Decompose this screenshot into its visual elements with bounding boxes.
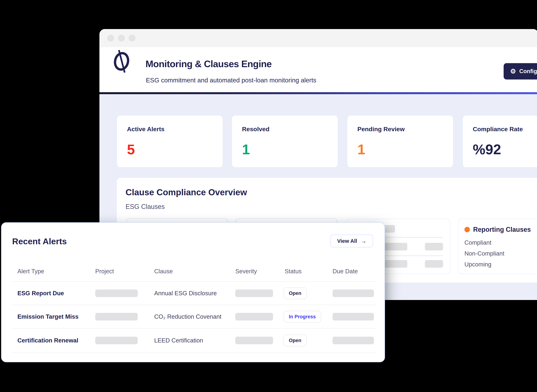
skeleton-pill	[425, 243, 443, 250]
project-skeleton	[95, 289, 138, 297]
stat-label: Resolved	[242, 126, 269, 133]
traffic-light-icon[interactable]	[107, 35, 114, 42]
legend-title: Reporting Clauses	[473, 226, 531, 233]
due-date-skeleton	[333, 289, 374, 297]
table-row[interactable]: Certification Renewal LEED Certification…	[12, 328, 376, 353]
skeleton-pill	[425, 260, 443, 268]
alert-type-cell: ESG Report Due	[17, 290, 64, 297]
clause-cell: CO₂ Reduction Covenant	[154, 313, 222, 320]
legend-item-upcoming: Upcoming	[464, 261, 491, 268]
column-header-status: Status	[285, 268, 302, 275]
project-skeleton	[95, 337, 138, 344]
screen: Monitoring & Clauses Engine ESG commitme…	[0, 0, 537, 392]
status-badge[interactable]: Open	[283, 335, 307, 346]
due-date-skeleton	[333, 313, 374, 321]
severity-skeleton	[235, 289, 273, 297]
stat-card-active-alerts: Active Alerts 5	[116, 115, 223, 168]
configure-button-label: Configure	[519, 68, 537, 75]
traffic-light-icon[interactable]	[118, 35, 125, 42]
arrow-right-icon: →	[361, 238, 366, 244]
section-subtitle: ESG Clauses	[125, 203, 165, 210]
recent-alerts-panel: Recent Alerts View All → Alert Type Proj…	[1, 222, 385, 362]
window-titlebar	[99, 29, 537, 47]
clause-cell: Annual ESG Disclosure	[154, 290, 217, 297]
page-subtitle: ESG commitment and automated post-loan m…	[146, 77, 316, 84]
stat-card-pending-review: Pending Review 1	[347, 115, 454, 168]
column-header-severity: Severity	[235, 268, 257, 275]
header-accent-divider	[99, 92, 537, 94]
traffic-light-icon[interactable]	[129, 35, 135, 42]
legend-item-compliant: Compliant	[464, 239, 491, 246]
due-date-skeleton	[333, 337, 374, 344]
alert-type-cell: Certification Renewal	[17, 337, 78, 344]
clause-cell: LEED Certification	[154, 337, 203, 344]
stat-card-resolved: Resolved 1	[231, 115, 338, 168]
column-header-due-date: Due Date	[333, 268, 358, 275]
gear-icon: ⚙	[510, 68, 516, 75]
column-header-alert-type: Alert Type	[17, 268, 44, 275]
stat-value: %92	[473, 141, 501, 158]
severity-skeleton	[235, 313, 273, 321]
stat-value: 5	[127, 141, 135, 158]
view-all-button[interactable]: View All →	[330, 234, 373, 247]
column-header-project: Project	[95, 268, 114, 275]
recent-alerts-title: Recent Alerts	[12, 236, 67, 246]
app-header: Monitoring & Clauses Engine ESG commitme…	[99, 47, 537, 92]
legend-item-non-compliant: Non-Compliant	[464, 250, 504, 257]
stat-label: Pending Review	[357, 126, 405, 133]
page-title: Monitoring & Clauses Engine	[145, 58, 272, 69]
stat-label: Compliance Rate	[473, 126, 523, 133]
column-header-clause: Clause	[154, 268, 173, 275]
section-title: Clause Compliance Overview	[125, 187, 247, 197]
table-row[interactable]: Emission Target Miss CO₂ Reduction Coven…	[12, 305, 376, 328]
stat-value: 1	[357, 141, 365, 158]
status-badge[interactable]: In Progress	[283, 311, 321, 322]
alert-type-cell: Emission Target Miss	[17, 313, 79, 320]
severity-skeleton	[235, 337, 273, 344]
status-badge[interactable]: Open	[283, 287, 307, 299]
stat-label: Active Alerts	[127, 126, 165, 133]
configure-button[interactable]: ⚙ Configure	[504, 63, 537, 79]
view-all-label: View All	[337, 238, 357, 244]
stat-value: 1	[242, 141, 250, 158]
stat-card-compliance-rate: Compliance Rate %92	[462, 115, 537, 168]
table-row[interactable]: ESG Report Due Annual ESG Disclosure Ope…	[12, 282, 376, 305]
orange-dot-icon	[464, 227, 470, 232]
app-logo-icon	[112, 50, 131, 73]
project-skeleton	[95, 313, 138, 321]
